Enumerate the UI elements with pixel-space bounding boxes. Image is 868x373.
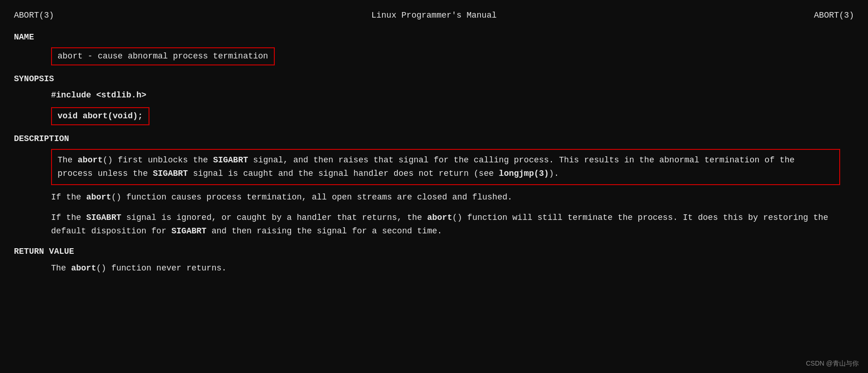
name-heading: NAME [14, 31, 854, 44]
synopsis-section: SYNOPSIS #include <stdlib.h> void abort(… [14, 73, 854, 125]
header-center: Linux Programmer's Manual [371, 9, 497, 22]
desc-bold-abort2: abort [86, 193, 111, 202]
synopsis-heading: SYNOPSIS [14, 73, 854, 85]
return-bold-abort: abort [71, 264, 96, 273]
description-para2: If the abort() function causes process t… [14, 191, 854, 204]
description-para3: If the SIGABRT signal is ignored, or cau… [14, 211, 854, 238]
desc-bold-sigabrt3: SIGABRT [86, 213, 122, 222]
name-boxed-text: abort - cause abnormal process terminati… [51, 47, 275, 65]
synopsis-void: void abort(void); [51, 107, 149, 125]
header-left: ABORT(3) [14, 9, 54, 22]
watermark: CSDN @青山与你 [806, 359, 859, 368]
desc-bold-longjmp: longjmp(3) [499, 169, 549, 178]
return-value-content: The abort() function never returns. [14, 262, 854, 275]
desc-text-1: The abort() first unblocks the SIGABRT s… [58, 155, 795, 178]
description-section: DESCRIPTION The abort() first unblocks t… [14, 133, 854, 238]
return-value-heading: RETURN VALUE [14, 245, 854, 258]
synopsis-include: #include <stdlib.h> [14, 89, 854, 102]
desc-bold-abort3: abort [427, 213, 452, 222]
return-text: The abort() function never returns. [51, 264, 227, 273]
desc-bold-sigabrt1: SIGABRT [213, 155, 248, 165]
header: ABORT(3) Linux Programmer's Manual ABORT… [14, 9, 854, 22]
description-heading: DESCRIPTION [14, 133, 854, 145]
description-boxed-para: The abort() first unblocks the SIGABRT s… [51, 149, 840, 185]
desc-text-3: If the SIGABRT signal is ignored, or cau… [51, 213, 828, 236]
desc-bold-sigabrt4: SIGABRT [171, 226, 207, 236]
desc-bold-sigabrt2: SIGABRT [153, 169, 188, 178]
desc-text-2: If the abort() function causes process t… [51, 193, 512, 202]
header-right: ABORT(3) [814, 9, 854, 22]
return-value-section: RETURN VALUE The abort() function never … [14, 245, 854, 275]
desc-bold-abort1: abort [78, 155, 103, 165]
name-section: NAME abort - cause abnormal process term… [14, 31, 854, 65]
name-content: abort - cause abnormal process terminati… [14, 47, 854, 65]
